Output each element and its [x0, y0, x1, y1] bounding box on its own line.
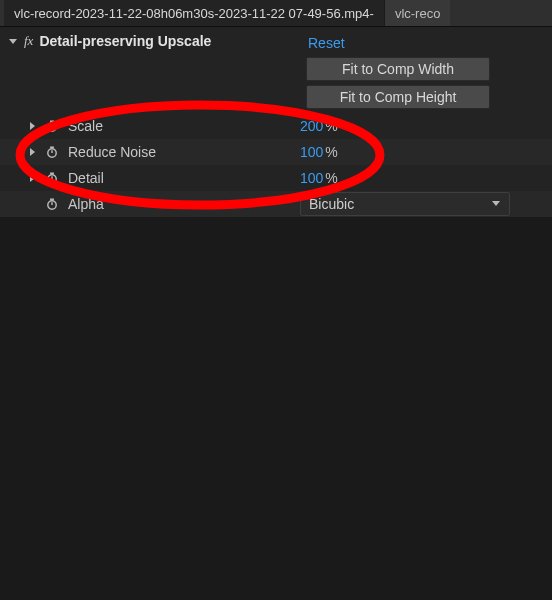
fit-to-comp-height-button[interactable]: Fit to Comp Height [306, 85, 490, 109]
scale-value[interactable]: 200 [300, 118, 323, 134]
stopwatch-icon[interactable] [44, 196, 60, 212]
detail-unit: % [325, 170, 337, 186]
fx-badge[interactable]: fx [24, 33, 33, 49]
stopwatch-icon[interactable] [44, 144, 60, 160]
prop-label: Alpha [68, 196, 104, 212]
prop-row-detail: Detail 100 % [0, 165, 552, 191]
expand-icon[interactable] [26, 147, 38, 157]
effect-twirl-down-icon[interactable] [6, 36, 20, 46]
prop-row-reduce-noise: Reduce Noise 100 % [0, 139, 552, 165]
reduce-noise-value[interactable]: 100 [300, 144, 323, 160]
expand-icon[interactable] [26, 173, 38, 183]
prop-row-alpha: Alpha Bicubic [0, 191, 552, 217]
detail-value[interactable]: 100 [300, 170, 323, 186]
reduce-noise-unit: % [325, 144, 337, 160]
alpha-dropdown[interactable]: Bicubic [300, 192, 510, 216]
effect-name: Detail-preserving Upscale [39, 33, 211, 49]
scale-unit: % [325, 118, 337, 134]
effect-header: fx Detail-preserving Upscale Reset Fit t… [0, 27, 552, 113]
effect-properties: Scale 200 % Reduce Noise [0, 113, 552, 217]
prop-label: Scale [68, 118, 103, 134]
prop-label: Detail [68, 170, 104, 186]
expand-icon[interactable] [26, 121, 38, 131]
fit-to-comp-width-button[interactable]: Fit to Comp Width [306, 57, 490, 81]
tab-inactive[interactable]: vlc-reco [384, 0, 451, 26]
prop-row-scale: Scale 200 % [0, 113, 552, 139]
alpha-dropdown-value: Bicubic [309, 196, 354, 212]
stopwatch-icon[interactable] [44, 118, 60, 134]
stopwatch-icon[interactable] [44, 170, 60, 186]
effect-controls-panel: fx Detail-preserving Upscale Reset Fit t… [0, 27, 552, 217]
prop-label: Reduce Noise [68, 144, 156, 160]
chevron-down-icon [491, 198, 501, 210]
tab-bar: vlc-record-2023-11-22-08h06m30s-2023-11-… [0, 0, 552, 27]
tab-active[interactable]: vlc-record-2023-11-22-08h06m30s-2023-11-… [4, 0, 384, 26]
reset-link[interactable]: Reset [306, 33, 345, 53]
